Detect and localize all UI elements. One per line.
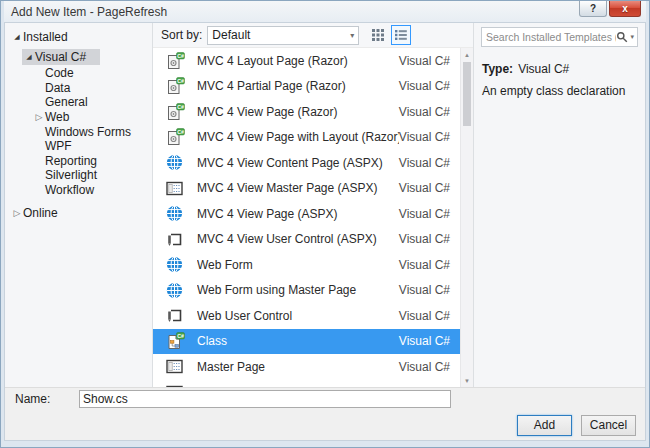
template-description: An empty class declaration [482, 84, 638, 98]
template-name: MVC 4 View Page (Razor) [197, 105, 399, 119]
template-name: MVC 4 View Page (ASPX) [197, 207, 399, 221]
user-control-icon [166, 307, 186, 324]
class-icon: C# [166, 332, 186, 350]
template-list-item[interactable]: MVC 4 View User Control (ASPX) Visual C# [153, 227, 460, 253]
tree-node-category[interactable]: ▷ Web [5, 110, 152, 125]
tree-node-label: Reporting [45, 154, 97, 168]
template-name: MVC 4 Layout Page (Razor) [197, 54, 399, 68]
category-children: Code Data General ▷ Web Windows Forms WP… [5, 66, 152, 197]
razor-page-icon: C# [166, 77, 186, 95]
search-icon[interactable] [616, 31, 628, 43]
template-list: C# MVC 4 Layout Page (Razor) Visual C# C… [153, 48, 460, 387]
tree-node-label: Installed [23, 30, 68, 44]
chevron-down-icon[interactable]: ▾ [630, 33, 634, 41]
type-label: Type: [482, 62, 513, 76]
template-language: Visual C# [399, 207, 460, 221]
template-name: MVC 4 View Master Page (ASPX) [197, 181, 399, 195]
template-language: Visual C# [399, 79, 460, 93]
add-button[interactable]: Add [517, 415, 572, 436]
list-view-button[interactable] [391, 25, 411, 45]
tree-node-installed[interactable]: ◢ Installed [5, 28, 152, 45]
template-language: Visual C# [399, 130, 460, 144]
template-list-item[interactable]: MVC 4 View Page (ASPX) Visual C# [153, 201, 460, 227]
template-language: Visual C# [399, 105, 460, 119]
tree-node-category[interactable]: Silverlight [5, 168, 152, 183]
medium-icons-view-button[interactable] [368, 25, 388, 45]
template-name: Class [197, 334, 399, 348]
svg-text:C#: C# [177, 103, 184, 109]
template-name: Nested Master Page [197, 385, 399, 387]
template-list-item[interactable]: Master Page Visual C# [153, 354, 460, 380]
search-box: ▾ [481, 27, 638, 47]
name-label: Name: [5, 392, 79, 406]
template-list-item[interactable]: Web Form Visual C# [153, 252, 460, 278]
tree-node-category[interactable]: Code [5, 66, 152, 81]
list-toolbar: Sort by: Default ▾ [153, 23, 473, 48]
template-list-item[interactable]: Nested Master Page Visual C# [153, 380, 460, 388]
cancel-button[interactable]: Cancel [581, 415, 636, 436]
help-button[interactable]: ? [579, 1, 607, 17]
template-list-item[interactable]: Web User Control Visual C# [153, 303, 460, 329]
tree-node-category[interactable]: Reporting [5, 154, 152, 169]
tree-node-label: WPF [45, 139, 72, 153]
add-new-item-dialog: Add New Item - PageRefresh ? x ◢ Install… [0, 0, 650, 448]
tree-node-category[interactable]: Windows Forms [5, 124, 152, 139]
vertical-scrollbar[interactable]: ▲ ▼ [460, 48, 473, 387]
template-list-item[interactable]: C# MVC 4 View Page (Razor) Visual C# [153, 99, 460, 125]
expander-collapsed-icon[interactable]: ▷ [33, 112, 45, 122]
scrollbar-thumb[interactable] [463, 62, 471, 126]
category-tree: ◢ Installed ◢ Visual C# Code Data Genera… [5, 23, 153, 387]
search-input[interactable] [486, 31, 616, 43]
template-name: MVC 4 View Page with Layout (Razor) [197, 130, 399, 144]
user-control-icon [166, 231, 186, 248]
chevron-down-icon: ▾ [350, 31, 354, 40]
tree-node-category[interactable]: Workflow [5, 183, 152, 198]
globe-icon [166, 282, 186, 299]
template-list-item[interactable]: C# MVC 4 Partial Page (Razor) Visual C# [153, 74, 460, 100]
tree-node-category[interactable]: Data [5, 81, 152, 96]
template-list-item[interactable]: C# MVC 4 View Page with Layout (Razor) V… [153, 125, 460, 151]
template-list-item[interactable]: Web Form using Master Page Visual C# [153, 278, 460, 304]
tree-node-label: Visual C# [35, 50, 86, 64]
template-language: Visual C# [399, 156, 460, 170]
tree-node-category[interactable]: WPF [5, 139, 152, 154]
razor-page-icon: C# [166, 128, 186, 146]
expander-collapsed-icon[interactable]: ▷ [11, 208, 23, 218]
tree-node-category[interactable]: General [5, 95, 152, 110]
tree-node-visual-csharp[interactable]: ◢ Visual C# [5, 48, 152, 65]
svg-text:C#: C# [177, 52, 184, 58]
template-list-item[interactable]: C# MVC 4 Layout Page (Razor) Visual C# [153, 48, 460, 74]
dialog-body: ◢ Installed ◢ Visual C# Code Data Genera… [4, 22, 646, 441]
tree-node-label: Silverlight [45, 168, 97, 182]
template-list-item[interactable]: C# Class Visual C# [153, 329, 460, 355]
master-page-icon [166, 180, 186, 197]
sort-by-label: Sort by: [161, 28, 202, 42]
scroll-up-icon[interactable]: ▲ [461, 48, 473, 61]
tree-node-label: Workflow [45, 183, 94, 197]
scroll-down-icon[interactable]: ▼ [461, 374, 473, 387]
template-name: MVC 4 View Content Page (ASPX) [197, 156, 399, 170]
template-list-item[interactable]: MVC 4 View Content Page (ASPX) Visual C# [153, 150, 460, 176]
tree-node-label: Web [45, 110, 69, 124]
view-mode-toggle [368, 25, 411, 45]
template-name: Web Form using Master Page [197, 283, 399, 297]
close-icon: x [622, 3, 628, 14]
expander-expanded-icon[interactable]: ◢ [23, 53, 35, 61]
template-name: Master Page [197, 360, 399, 374]
sort-by-dropdown[interactable]: Default ▾ [207, 26, 359, 45]
details-panel: ▾ Type:Visual C# An empty class declarat… [473, 23, 645, 387]
svg-text:C#: C# [177, 333, 184, 339]
help-icon: ? [590, 3, 596, 14]
template-name: MVC 4 Partial Page (Razor) [197, 79, 399, 93]
close-button[interactable]: x [609, 1, 641, 17]
template-list-item[interactable]: MVC 4 View Master Page (ASPX) Visual C# [153, 176, 460, 202]
tree-node-label: Data [45, 81, 70, 95]
globe-icon [166, 154, 186, 171]
expander-expanded-icon[interactable]: ◢ [11, 33, 23, 41]
globe-icon [166, 256, 186, 273]
name-input[interactable] [79, 390, 451, 408]
tree-node-online[interactable]: ▷ Online [5, 204, 152, 221]
caption-buttons: ? x [579, 1, 641, 17]
sort-by-value: Default [212, 28, 350, 42]
template-language: Visual C# [399, 309, 460, 323]
